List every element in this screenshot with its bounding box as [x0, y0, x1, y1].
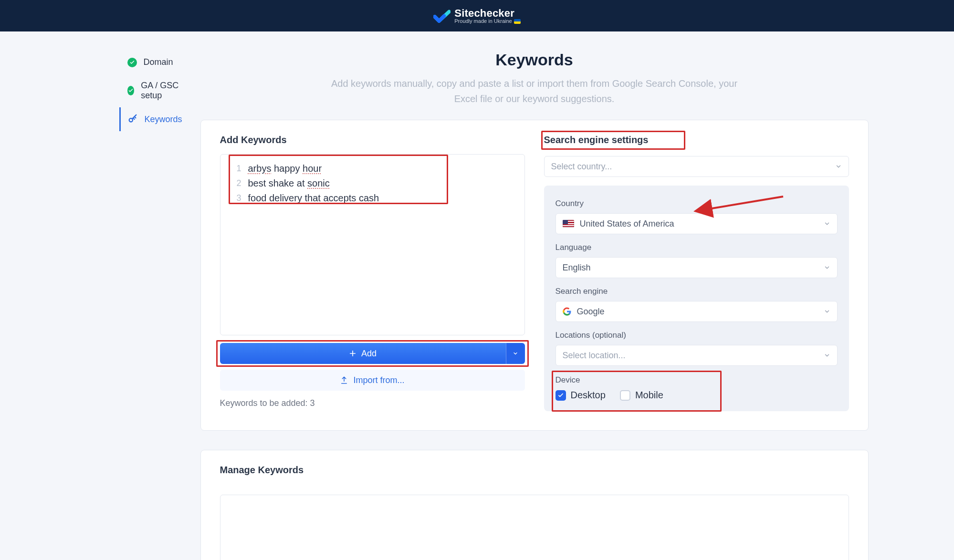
brand-logo-icon — [433, 10, 449, 22]
engine-select[interactable]: Google — [556, 301, 838, 322]
main-content: Keywords Add keywords manually, copy and… — [200, 51, 869, 560]
sidebar-item-label: Domain — [144, 57, 173, 67]
chevron-down-icon — [824, 308, 830, 315]
device-desktop-checkbox[interactable]: Desktop — [556, 390, 606, 401]
engine-value: Google — [577, 307, 605, 317]
country-value: United States of America — [580, 219, 674, 229]
device-label: Device — [556, 375, 838, 385]
keyword-line: best shake at sonic — [248, 176, 330, 191]
keyword-line: arbys happy hour — [248, 161, 322, 176]
keywords-card: Add Keywords 1 arbys happy hour 2 best s… — [200, 120, 869, 431]
select-placeholder: Select country... — [551, 162, 612, 172]
line-number: 3 — [225, 192, 241, 205]
chevron-down-icon — [513, 351, 518, 356]
import-button[interactable]: Import from... — [220, 370, 525, 391]
select-country-top[interactable]: Select country... — [544, 156, 849, 177]
language-value: English — [563, 263, 591, 273]
country-select[interactable]: United States of America — [556, 213, 838, 234]
chevron-down-icon — [824, 264, 830, 271]
add-button[interactable]: Add — [220, 343, 506, 364]
language-label: Language — [556, 243, 838, 252]
add-button-caret[interactable] — [506, 343, 525, 364]
brand-name: Sitechecker — [454, 8, 520, 19]
add-keywords-column: Add Keywords 1 arbys happy hour 2 best s… — [220, 135, 525, 411]
device-mobile-checkbox[interactable]: Mobile — [620, 390, 663, 401]
device-mobile-label: Mobile — [635, 390, 663, 401]
google-icon — [563, 307, 571, 316]
locations-select[interactable]: Select location... — [556, 345, 838, 366]
chevron-down-icon — [824, 220, 830, 227]
line-number: 1 — [225, 162, 241, 176]
keyword-line: food delivery that accepts cash — [248, 191, 379, 206]
sidebar-item-domain[interactable]: Domain — [119, 51, 186, 74]
plus-icon — [349, 350, 356, 357]
add-button-label: Add — [361, 349, 377, 359]
language-select[interactable]: English — [556, 257, 838, 278]
sidebar-item-label: Keywords — [145, 114, 182, 124]
sidebar-item-label: GA / GSC setup — [141, 81, 186, 101]
check-circle-icon — [127, 58, 137, 67]
search-engine-settings-column: Search engine settings Select country...… — [544, 135, 849, 411]
device-desktop-label: Desktop — [571, 390, 606, 401]
flag-us-icon — [563, 220, 574, 228]
keywords-editor[interactable]: 1 arbys happy hour 2 best shake at sonic… — [220, 154, 525, 335]
chevron-down-icon — [824, 352, 830, 359]
keywords-count: Keywords to be added: 3 — [220, 398, 525, 408]
chevron-down-icon — [835, 163, 842, 170]
brand: Sitechecker Proudly made in Ukraine — [433, 8, 520, 24]
add-keywords-heading: Add Keywords — [220, 135, 287, 145]
ukraine-flag-icon — [514, 19, 521, 24]
page-title: Keywords — [200, 51, 869, 69]
check-icon — [557, 392, 564, 399]
brand-subtitle: Proudly made in Ukraine — [454, 19, 520, 24]
key-icon — [127, 114, 138, 124]
upload-icon — [340, 376, 348, 384]
manage-heading: Manage Keywords — [220, 465, 304, 476]
country-label: Country — [556, 199, 838, 208]
settings-heading: Search engine settings — [544, 135, 649, 145]
topbar: Sitechecker Proudly made in Ukraine — [0, 0, 954, 31]
locations-placeholder: Select location... — [563, 351, 626, 361]
check-circle-icon — [127, 86, 135, 95]
sidebar-item-keywords[interactable]: Keywords — [119, 107, 186, 131]
brand-sub-text: Proudly made in Ukraine — [454, 19, 512, 24]
import-label: Import from... — [353, 375, 404, 385]
manage-keywords-card: Manage Keywords — [200, 450, 869, 560]
settings-panel: Country United States of America Languag… — [544, 186, 849, 411]
manage-keywords-area — [220, 495, 849, 560]
engine-label: Search engine — [556, 287, 838, 296]
sidebar-item-ga-gsc[interactable]: GA / GSC setup — [119, 74, 186, 107]
line-number: 2 — [225, 177, 241, 190]
sidebar: Domain GA / GSC setup Keywords — [48, 51, 186, 131]
page-hero: Keywords Add keywords manually, copy and… — [200, 51, 869, 106]
locations-label: Locations (optional) — [556, 331, 838, 340]
page-description: Add keywords manually, copy and paste a … — [320, 76, 749, 106]
